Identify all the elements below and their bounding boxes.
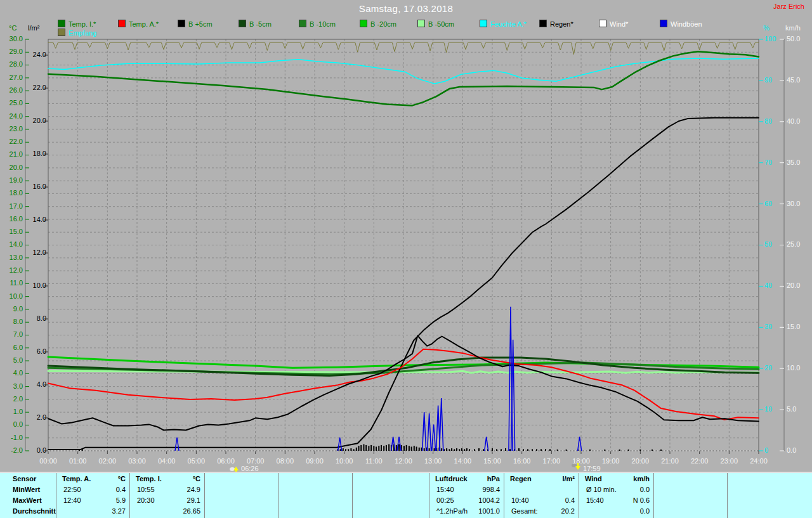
table-cell-value: 1001.0: [435, 506, 500, 517]
axis-tick-label: 15.0: [10, 228, 23, 235]
axis-tick-label: 11.0: [10, 279, 23, 287]
table-column-divider: [352, 473, 353, 518]
x-tick-label: 20:00: [632, 457, 650, 465]
x-tick-label: 21:00: [661, 457, 679, 465]
axis-tick-label: 21.0: [10, 150, 23, 158]
table-cell-value: 0.4: [510, 495, 575, 506]
axis-tick-label: 0.0: [37, 446, 46, 454]
axis-tick-label: 30.0: [10, 35, 23, 42]
axis-tick-label: 30.0: [787, 200, 800, 207]
axis-tick-label: 18.0: [33, 150, 46, 157]
table-cell-value: 3.27: [62, 506, 126, 517]
axis-tick-label: 30: [764, 323, 772, 330]
table-column-divider: [129, 473, 130, 518]
axis-tick-label: 24.0: [10, 112, 23, 120]
axis-tick-label: 17.0: [10, 202, 23, 210]
x-tick-label: 04:00: [158, 457, 176, 465]
axis-tick-label: 26.0: [10, 86, 23, 94]
axis-tick-label: 5.0: [13, 356, 23, 364]
table-col-unit: hPa: [435, 474, 500, 484]
table-column-divider: [653, 473, 654, 518]
table-cell-value: N 0.6: [585, 495, 650, 506]
axis-tick-label: 15.0: [787, 323, 800, 330]
axis-tick-label: 27.0: [10, 74, 23, 81]
axis-tick-label: 35.0: [787, 159, 800, 166]
table-column-divider: [56, 473, 56, 518]
axis-tick-label: -2.0: [11, 446, 23, 454]
table-col-unit: km/h: [585, 474, 650, 484]
sunset-icon: 17:59: [572, 463, 601, 472]
x-tick-label: 14:00: [454, 457, 472, 465]
axis-tick-label: 28.0: [10, 60, 23, 68]
axis-tick-label: 12.0: [10, 266, 23, 274]
table-cell-value: 29.1: [136, 495, 200, 506]
axis-tick-label: 50.0: [787, 35, 800, 42]
weather-chart: -2.0-1.00.01.02.03.04.05.06.07.08.09.010…: [0, 0, 812, 473]
x-tick-label: 11:00: [365, 457, 383, 465]
axis-tick-label: 100: [764, 35, 776, 42]
axis-tick-label: 20.0: [10, 164, 23, 171]
x-tick-label: 23:00: [721, 457, 738, 465]
axis-tick-label: 80: [764, 117, 772, 125]
axis-tick-label: 10.0: [10, 292, 23, 300]
axis-tick-label: 70: [764, 159, 772, 166]
axis-tick-label: 5.0: [787, 405, 796, 413]
x-tick-label: 00:00: [39, 457, 57, 465]
table-row-label: MaxWert: [13, 495, 55, 506]
x-tick-label: 19:00: [602, 457, 620, 465]
table-column-divider: [727, 473, 728, 518]
table-cell-value: 0.4: [62, 484, 126, 495]
x-tick-label: 07:00: [247, 457, 265, 465]
axis-ticks-%: 0102030405060708090100: [759, 35, 776, 454]
table-cell-value: 26.65: [136, 506, 200, 517]
table-column-divider: [504, 473, 504, 518]
axis-tick-label: 9.0: [13, 305, 23, 313]
x-tick-label: 16:00: [513, 457, 531, 465]
table-cell-value: 1004.2: [435, 495, 500, 506]
x-tick-label: 17:00: [543, 457, 561, 465]
x-tick-label: 05:00: [188, 457, 206, 465]
axis-tick-label: 10: [764, 405, 772, 413]
x-tick-label: 15:00: [483, 457, 501, 465]
axis-tick-label: 18.0: [10, 189, 23, 197]
table-cell-value: 0.0: [585, 506, 650, 517]
axis-tick-label: 4.0: [37, 380, 46, 388]
axis-tick-label: 12.0: [33, 249, 46, 256]
grid-lines: [48, 39, 759, 451]
axis-tick-label: 10.0: [787, 364, 800, 372]
table-cell-value: 24.9: [136, 484, 200, 495]
x-tick-label: 13:00: [424, 457, 442, 465]
axis-tick-label: 40: [764, 282, 772, 289]
axis-tick-label: 60: [764, 200, 772, 207]
axis-tick-label: 19.0: [10, 176, 23, 184]
x-tick-label: 22:00: [691, 457, 709, 465]
table-column-divider: [579, 473, 579, 518]
axis-tick-label: 2.0: [13, 395, 23, 403]
axis-tick-label: 10.0: [33, 282, 46, 289]
axis-tick-label: 8.0: [13, 318, 23, 325]
axis-tick-label: 40.0: [787, 117, 800, 125]
table-row-label: Sensor: [13, 474, 55, 484]
axis-tick-label: 22.0: [33, 84, 46, 91]
table-column-divider: [429, 473, 429, 518]
table-column-divider: [204, 473, 205, 518]
stats-table: SensorMinWertMaxWertDurchschnittTemp. A.…: [0, 473, 812, 518]
axis-tick-label: 14.0: [10, 240, 23, 248]
axis-tick-label: 14.0: [33, 216, 46, 223]
x-axis: 00:0001:0002:0003:0004:0005:0006:0007:00…: [39, 451, 768, 465]
axis-tick-label: 29.0: [10, 48, 23, 55]
axis-tick-label: 0.0: [787, 446, 796, 454]
axis-ticks-kmh: 0.05.010.015.020.025.030.035.040.045.050…: [780, 35, 800, 454]
axis-tick-label: 90: [764, 76, 772, 84]
axis-tick-label: 6.0: [13, 344, 23, 351]
weather-app-window: Samstag, 17.03.2018 Jarz Erich °C l/m² %…: [0, 0, 812, 518]
x-tick-label: 10:00: [336, 457, 353, 465]
axis-tick-label: 8.0: [37, 314, 46, 322]
x-tick-label: 09:00: [306, 457, 324, 465]
axis-tick-label: 20.0: [33, 117, 46, 124]
axis-tick-label: 4.0: [13, 369, 23, 377]
axis-tick-label: 3.0: [13, 382, 23, 390]
axis-tick-label: 1.0: [13, 408, 23, 415]
x-tick-label: 01:00: [69, 457, 87, 465]
axis-tick-label: -1.0: [11, 434, 23, 441]
